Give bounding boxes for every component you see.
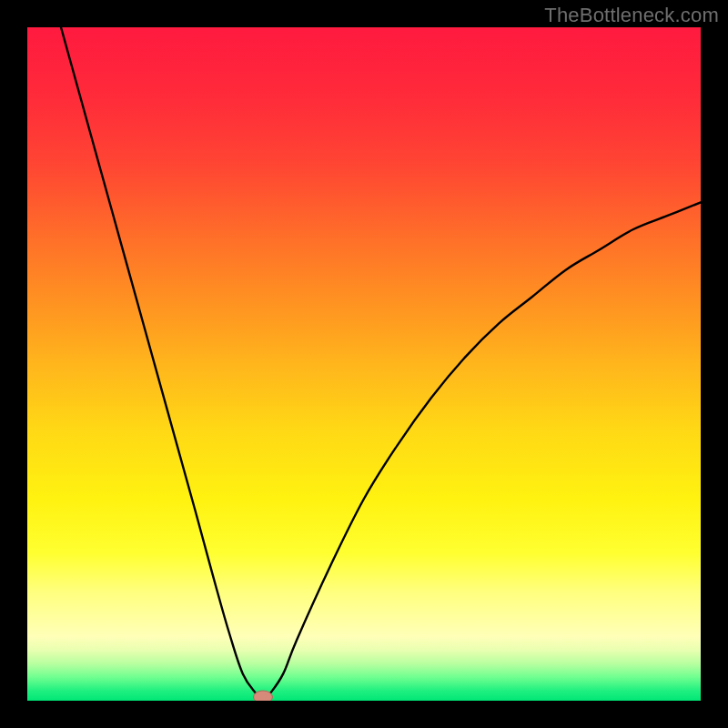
bottleneck-chart xyxy=(27,27,701,701)
gradient-background xyxy=(27,27,701,701)
watermark-text: TheBottleneck.com xyxy=(544,4,719,27)
chart-frame xyxy=(27,27,701,701)
optimal-marker xyxy=(254,691,273,701)
